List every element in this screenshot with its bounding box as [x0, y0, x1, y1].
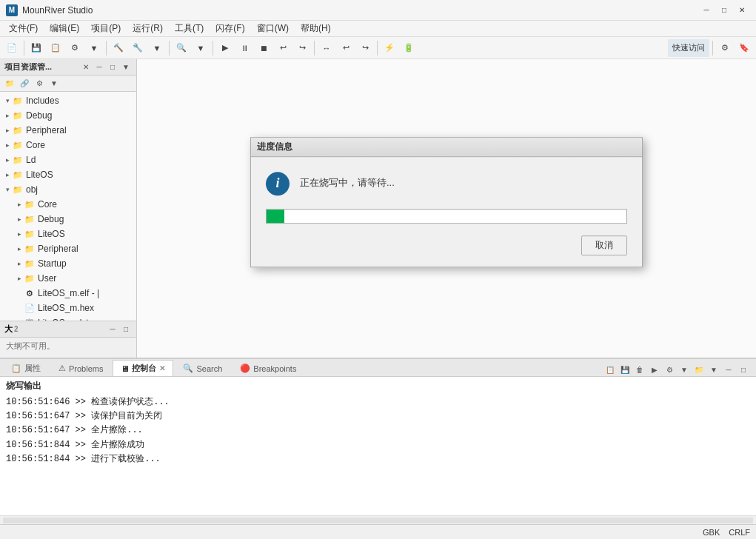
bottom-tab-3[interactable]: 🔍Search	[175, 360, 230, 376]
panel-close-btn[interactable]: ✕	[80, 61, 92, 73]
tb-btn-22[interactable]: 🔖	[735, 39, 753, 57]
tree-item-0[interactable]: ▾📁Includes	[0, 93, 136, 108]
folder-icon-0: 📁	[12, 95, 24, 107]
tb-btn-2[interactable]: 💾	[27, 39, 45, 57]
file-icon-13: ⚙	[24, 287, 36, 299]
menu-item-文件(F)[interactable]: 文件(F)	[3, 21, 44, 37]
pt-btn-2[interactable]: 🔗	[18, 77, 31, 90]
tree-item-9[interactable]: ▸📁LiteOS	[0, 227, 136, 241]
tb-btn-21[interactable]: ⚙	[716, 39, 734, 57]
left-bottom-title: 大	[4, 324, 13, 335]
tb-sep-3	[169, 41, 170, 56]
btb-btn-10[interactable]: □	[737, 363, 750, 376]
tab-icon-4: 🔴	[240, 364, 250, 373]
quick-access-label[interactable]: 快速访问	[668, 39, 709, 57]
tb-btn-16[interactable]: ↔	[318, 39, 335, 57]
pt-btn-3[interactable]: ⚙	[33, 77, 46, 90]
tab-icon-2: 🖥	[121, 364, 129, 373]
tb-btn-18[interactable]: ↪	[356, 39, 374, 57]
tb-sep-6	[377, 41, 378, 56]
panel-buttons: ✕ ─ □ ▼	[80, 61, 132, 73]
panel-minimize-btn[interactable]: ─	[93, 61, 105, 73]
tree-item-1[interactable]: ▸📁Debug	[0, 108, 136, 123]
log-line-3: 10:56:51:647 >> 全片擦除...	[6, 424, 750, 438]
btb-btn-3[interactable]: 🗑	[633, 363, 646, 376]
panel-maximize-btn[interactable]: □	[107, 61, 118, 73]
tree-label-2: Peripheral	[26, 125, 67, 135]
tab-close-2[interactable]: ✕	[159, 364, 165, 372]
menu-item-运行(R)[interactable]: 运行(R)	[127, 21, 169, 37]
folder-icon-12: 📁	[24, 272, 36, 284]
window-controls: ─ □ ✕	[698, 4, 750, 17]
bottom-tab-1[interactable]: ⚠Problems	[50, 360, 111, 376]
tab-icon-0: 📋	[11, 364, 21, 373]
tb-btn-4[interactable]: ⚙	[66, 39, 84, 57]
tree-item-5[interactable]: ▸📁LiteOS	[0, 167, 136, 182]
panel-menu-btn[interactable]: ▼	[120, 61, 132, 73]
btb-btn-4[interactable]: ▶	[648, 363, 661, 376]
pt-btn-4[interactable]: ▼	[47, 77, 61, 90]
btb-btn-1[interactable]: 📋	[603, 363, 617, 376]
tree-item-3[interactable]: ▸📁Core	[0, 138, 136, 153]
bottom-tab-4[interactable]: 🔴Breakpoints	[232, 360, 304, 376]
tb-btn-11[interactable]: ▶	[216, 39, 234, 57]
tb-btn-19[interactable]: ⚡	[381, 39, 398, 57]
tree-item-8[interactable]: ▸📁Debug	[0, 212, 136, 227]
tb-btn-3[interactable]: 📋	[47, 39, 64, 57]
tree-item-2[interactable]: ▸📁Peripheral	[0, 123, 136, 138]
bottom-tab-0[interactable]: 📋属性	[3, 360, 49, 376]
tb-btn-15[interactable]: ↪	[293, 39, 311, 57]
tree-item-10[interactable]: ▸📁Peripheral	[0, 241, 136, 256]
tree-item-14[interactable]: 📄LiteOS_m.hex	[0, 301, 136, 315]
menu-item-工具(T)[interactable]: 工具(T)	[169, 21, 210, 37]
btb-btn-6[interactable]: ▼	[678, 363, 691, 376]
tb-new-btn[interactable]: 📄	[3, 39, 21, 57]
tb-btn-20[interactable]: 🔋	[400, 39, 418, 57]
pt-btn-1[interactable]: 📁	[3, 77, 16, 90]
menu-item-编辑(E)[interactable]: 编辑(E)	[44, 21, 85, 37]
tb-btn-13[interactable]: ⏹	[255, 39, 272, 57]
bottom-scrollbar[interactable]	[0, 515, 756, 524]
btb-btn-2[interactable]: 💾	[618, 363, 632, 376]
tb-btn-10[interactable]: ▼	[192, 39, 210, 57]
tree-item-12[interactable]: ▸📁User	[0, 271, 136, 286]
close-button[interactable]: ✕	[734, 4, 750, 17]
bottom-area: 📋属性⚠Problems🖥控制台✕🔍Search🔴Breakpoints 📋 💾…	[0, 358, 756, 524]
tb-btn-14[interactable]: ↩	[274, 39, 292, 57]
tb-btn-6[interactable]: 🔨	[110, 39, 127, 57]
tb-btn-5[interactable]: ▼	[85, 39, 103, 57]
btb-btn-7[interactable]: 📁	[692, 363, 706, 376]
left-bottom-max-btn[interactable]: □	[120, 324, 132, 335]
tree-item-15[interactable]: 📋LiteOS_m.lst	[0, 315, 136, 321]
progress-bar-fill	[267, 210, 284, 223]
tb-sep-1	[24, 41, 24, 56]
tab-icon-3: 🔍	[183, 364, 193, 373]
bottom-tab-2[interactable]: 🖥控制台✕	[113, 360, 173, 376]
menu-item-闪存(F)[interactable]: 闪存(F)	[210, 21, 250, 37]
minimize-button[interactable]: ─	[698, 4, 715, 17]
folder-icon-7: 📁	[24, 198, 36, 210]
tb-btn-7[interactable]: 🔧	[129, 39, 147, 57]
maximize-button[interactable]: □	[716, 4, 732, 17]
tree-item-4[interactable]: ▸📁Ld	[0, 153, 136, 167]
menu-item-项目(P)[interactable]: 项目(P)	[85, 21, 127, 37]
bottom-scrollbar-track[interactable]	[3, 518, 753, 523]
btb-btn-5[interactable]: ⚙	[663, 363, 676, 376]
tb-btn-17[interactable]: ↩	[337, 39, 355, 57]
tree-item-11[interactable]: ▸📁Startup	[0, 256, 136, 271]
tree-item-6[interactable]: ▾📁obj	[0, 182, 136, 197]
tb-btn-8[interactable]: ▼	[148, 39, 166, 57]
tree-item-13[interactable]: ⚙LiteOS_m.elf - |	[0, 286, 136, 301]
btb-btn-8[interactable]: ▼	[707, 363, 720, 376]
tree-label-11: Startup	[38, 258, 67, 269]
menu-item-帮助(H)[interactable]: 帮助(H)	[295, 21, 337, 37]
tab-label-1: Problems	[69, 364, 103, 373]
menu-item-窗口(W)[interactable]: 窗口(W)	[251, 21, 295, 37]
tb-btn-12[interactable]: ⏸	[235, 39, 253, 57]
left-bottom-min-btn[interactable]: ─	[107, 324, 118, 335]
tb-btn-9[interactable]: 🔍	[173, 39, 190, 57]
btb-btn-9[interactable]: ─	[722, 363, 735, 376]
status-bar: GBK CRLF	[0, 524, 756, 539]
tree-item-7[interactable]: ▸📁Core	[0, 197, 136, 212]
cancel-button[interactable]: 取消	[581, 235, 627, 255]
